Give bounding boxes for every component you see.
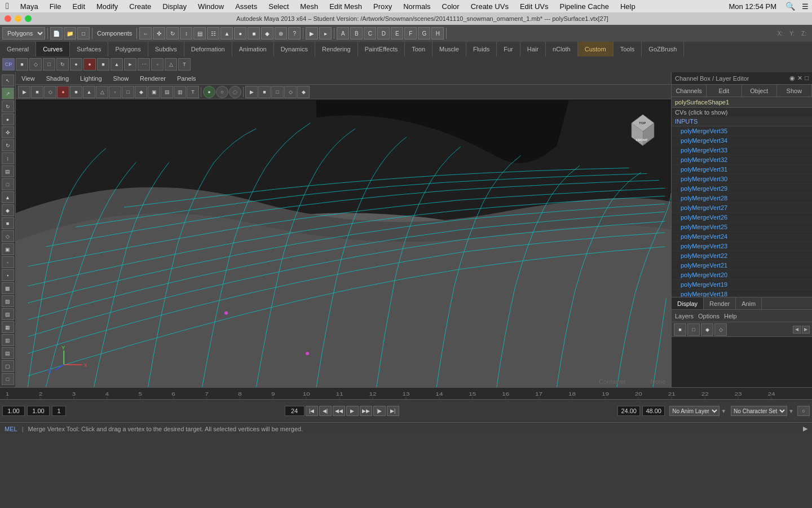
tab-painteffects[interactable]: PaintEffects	[358, 42, 405, 56]
vp-icon-19[interactable]: ■	[258, 86, 271, 98]
transform-icon[interactable]: ▤	[193, 27, 206, 40]
step-forward-btn[interactable]: |▶	[373, 406, 386, 416]
tool-i[interactable]: ▦	[2, 321, 14, 333]
vp-menu-renderer[interactable]: Renderer	[134, 72, 171, 84]
menu-proxy[interactable]: Proxy	[368, 2, 398, 11]
layer-icon-1[interactable]: ■	[674, 323, 686, 336]
menu-normals[interactable]: Normals	[398, 2, 436, 11]
tool-d[interactable]: ▫	[2, 256, 14, 268]
tab-custom[interactable]: Custom	[578, 42, 614, 56]
input-item-14[interactable]: polyMergeVert21	[672, 261, 812, 270]
tab-hair[interactable]: Hair	[520, 42, 546, 56]
icon-b[interactable]: B	[350, 27, 363, 40]
sub-icon-11[interactable]: ▫	[151, 58, 164, 71]
menu-mesh[interactable]: Mesh	[294, 2, 324, 11]
cb-icon-close[interactable]: ✕	[797, 75, 802, 82]
tab-dynamics[interactable]: Dynamics	[274, 42, 315, 56]
tool-5[interactable]: ⊕	[275, 27, 287, 40]
tab-subdivs[interactable]: Subdivs	[148, 42, 184, 56]
sub-icon-10[interactable]: ⋯	[138, 58, 150, 71]
input-item-2[interactable]: polyMergeVert33	[672, 146, 812, 155]
viewport-area[interactable]: View Shading Lighting Show Renderer Pane…	[16, 72, 671, 387]
minimize-button[interactable]	[15, 15, 21, 22]
vp-icon-8[interactable]: ▫	[109, 86, 121, 98]
tool-b[interactable]: ◇	[2, 230, 14, 242]
tool-e[interactable]: ▪	[2, 269, 14, 281]
tool-c[interactable]: ▣	[2, 243, 14, 255]
third-frame-input[interactable]	[52, 406, 66, 416]
tool-g[interactable]: ▨	[2, 295, 14, 307]
tool-sculpt[interactable]: ◆	[2, 204, 14, 216]
tab-polygons[interactable]: Polygons	[108, 42, 148, 56]
channel-content[interactable]: polySurfaceShape1 CVs (click to show) IN…	[672, 97, 812, 297]
icon-e[interactable]: E	[391, 27, 403, 40]
second-frame-input[interactable]	[27, 406, 50, 416]
vp-icon-7[interactable]: △	[96, 86, 108, 98]
cb-tab-show[interactable]: Show	[777, 85, 812, 97]
menu-color[interactable]: Color	[436, 2, 465, 11]
input-item-9[interactable]: polyMergeVert26	[672, 213, 812, 222]
current-frame-input[interactable]	[2, 406, 25, 416]
vp-icon-12[interactable]: ▤	[161, 86, 173, 98]
tool-show-manip[interactable]: □	[2, 178, 14, 190]
input-item-12[interactable]: polyMergeVert23	[672, 242, 812, 251]
layer-icon-4[interactable]: ◇	[714, 323, 727, 336]
end-frame2-input[interactable]	[642, 406, 665, 416]
cvs-info[interactable]: CVs (click to show)	[672, 108, 812, 117]
sub-icon-3[interactable]: □	[43, 58, 55, 71]
snap-grid[interactable]: ☷	[207, 27, 219, 40]
icon-f[interactable]: F	[404, 27, 417, 40]
vp-icon-18[interactable]: ▶	[245, 86, 258, 98]
tab-tools[interactable]: Tools	[614, 42, 642, 56]
play-forward-btn[interactable]: ▶▶	[360, 406, 372, 416]
tab-surfaces[interactable]: Surfaces	[70, 42, 108, 56]
view-cube[interactable]: TOP FRONT	[620, 106, 665, 151]
status-expand[interactable]: ▶	[803, 425, 807, 432]
vp-icon-6[interactable]: ▲	[83, 86, 95, 98]
vp-icon-10[interactable]: ◆	[135, 86, 147, 98]
input-item-5[interactable]: polyMergeVert30	[672, 174, 812, 184]
tool-select-region[interactable]: ↗	[2, 87, 14, 99]
tool-paint[interactable]: ●	[2, 113, 14, 125]
search-icon[interactable]: 🔍	[782, 2, 798, 11]
play-btn[interactable]: ▶	[346, 406, 359, 416]
tool-move[interactable]: ✜	[2, 126, 14, 138]
input-item-17[interactable]: polyMergeVert18	[672, 290, 812, 297]
icon-c[interactable]: C	[364, 27, 376, 40]
vp-icon-17[interactable]: ◌	[229, 86, 241, 98]
tab-curves[interactable]: Curves	[36, 42, 70, 56]
tool-h[interactable]: ▧	[2, 308, 14, 320]
layer-scroll-right[interactable]: ▶	[802, 326, 810, 334]
sub-icon-2[interactable]: ◇	[29, 58, 42, 71]
tab-fur[interactable]: Fur	[497, 42, 520, 56]
select-icon[interactable]: ←	[139, 27, 152, 40]
input-item-11[interactable]: polyMergeVert24	[672, 232, 812, 242]
menu-create-uvs[interactable]: Create UVs	[465, 2, 514, 11]
vp-icon-9[interactable]: □	[122, 86, 134, 98]
tab-general[interactable]: General	[0, 42, 36, 56]
tool-k[interactable]: ▤	[2, 347, 14, 359]
sub-icon-6[interactable]: ●	[83, 58, 96, 71]
vp-menu-shading[interactable]: Shading	[41, 72, 74, 84]
tab-rendering[interactable]: Rendering	[315, 42, 358, 56]
vp-icon-20[interactable]: □	[271, 86, 284, 98]
snap-curve[interactable]: ▲	[220, 27, 233, 40]
icon-a[interactable]: A	[337, 27, 349, 40]
notifications-icon[interactable]: ☰	[798, 2, 812, 11]
layer-tab-anim[interactable]: Anim	[736, 297, 762, 309]
snap-surface[interactable]: ■	[248, 27, 260, 40]
tab-gozbrush[interactable]: GoZBrush	[642, 42, 684, 56]
input-item-13[interactable]: polyMergeVert22	[672, 251, 812, 261]
shelf-icon-3[interactable]: □	[77, 27, 90, 40]
mode-dropdown[interactable]: Polygons	[2, 27, 45, 40]
input-item-3[interactable]: polyMergeVert32	[672, 155, 812, 165]
vp-icon-2[interactable]: ■	[31, 86, 43, 98]
playback-start-input[interactable]	[285, 406, 304, 416]
tool-select-arrow[interactable]: ↖	[2, 75, 14, 86]
end-frame-input[interactable]	[617, 406, 640, 416]
tool-6[interactable]: ?	[288, 27, 301, 40]
input-item-6[interactable]: polyMergeVert29	[672, 184, 812, 194]
menu-assets[interactable]: Assets	[230, 2, 263, 11]
vp-menu-show[interactable]: Show	[108, 72, 135, 84]
close-button[interactable]	[5, 15, 11, 22]
